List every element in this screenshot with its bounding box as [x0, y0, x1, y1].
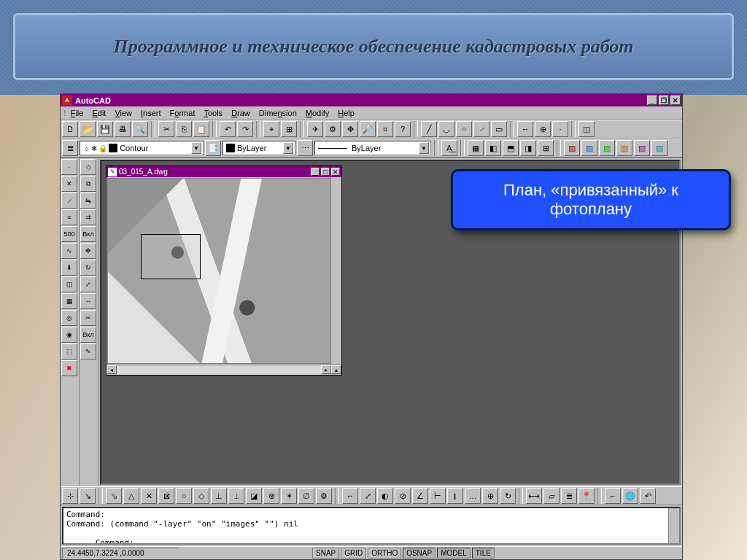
zoom-icon[interactable]: 🔎: [360, 121, 376, 137]
mirror-icon[interactable]: ⇋: [80, 192, 96, 209]
stretch-icon[interactable]: ↔: [80, 293, 96, 309]
inq-area-icon[interactable]: ▱: [543, 488, 560, 504]
horizontal-scrollbar[interactable]: ◂ ▸ ▴: [107, 365, 341, 375]
leader-icon[interactable]: ·: [552, 121, 568, 137]
scene-icon[interactable]: ▨: [651, 140, 667, 156]
hide-icon[interactable]: ▨: [581, 140, 597, 156]
osnap-settings-icon[interactable]: ⚙: [316, 488, 332, 504]
mode-grid[interactable]: GRID: [341, 548, 366, 559]
minimize-button[interactable]: _: [647, 96, 657, 105]
pline-icon[interactable]: ⟋: [61, 192, 77, 209]
restore-button[interactable]: ❐: [659, 96, 669, 105]
dim-radius-icon[interactable]: ◐: [377, 488, 393, 504]
view-h-icon[interactable]: ⬒: [503, 140, 519, 156]
mode-snap[interactable]: SNAP: [312, 548, 339, 559]
spline-icon[interactable]: ∿: [61, 243, 77, 259]
osnap-ins-icon[interactable]: ◪: [246, 488, 262, 504]
osnap-from-icon[interactable]: ↘: [80, 488, 96, 504]
arc-icon[interactable]: ◡: [438, 121, 454, 137]
scroll-up-icon[interactable]: ▴: [331, 365, 341, 374]
ucs-world-icon[interactable]: 🌐: [622, 488, 638, 504]
color-combo[interactable]: ByLayer ▼: [222, 141, 295, 155]
mode-osnap[interactable]: OSNAP: [403, 548, 436, 559]
shade-icon[interactable]: ▨: [599, 140, 615, 156]
aerial-icon[interactable]: ✈: [307, 121, 323, 137]
cancel-icon[interactable]: ✖: [61, 360, 77, 376]
copy-icon[interactable]: ⎘: [176, 121, 192, 137]
inq-list-icon[interactable]: ≣: [561, 488, 577, 504]
osnap-near-icon[interactable]: ✶: [281, 488, 297, 504]
polyline-icon[interactable]: ⟋: [473, 121, 489, 137]
layers-dialog-icon[interactable]: 📑: [205, 140, 221, 156]
view-tile-icon[interactable]: ▦: [468, 140, 484, 156]
ucs-prev-icon[interactable]: ↶: [640, 488, 656, 504]
menu-help[interactable]: Help: [338, 109, 355, 117]
mode-ortho[interactable]: ORTHO: [368, 548, 401, 559]
extend-icon[interactable]: Вкл: [80, 327, 96, 343]
new-icon[interactable]: 🗋: [62, 121, 78, 137]
layer-combo[interactable]: ☼ ❄ 🔒 Contour ▼: [80, 141, 204, 155]
mode-tile[interactable]: TILE: [472, 548, 495, 559]
view-cascade-icon[interactable]: ◧: [485, 140, 501, 156]
undo-icon[interactable]: ↶: [220, 121, 236, 137]
pan-icon[interactable]: ✥: [342, 121, 358, 137]
block-icon[interactable]: ◫: [61, 276, 77, 292]
text-icon[interactable]: 500: [61, 226, 77, 242]
inq-id-icon[interactable]: 📍: [578, 488, 595, 504]
doc-maximize-button[interactable]: □: [321, 168, 330, 176]
donut-icon[interactable]: ◉: [61, 327, 77, 343]
dim-baseline-icon[interactable]: ⫿: [447, 488, 463, 504]
dim-aligned-icon[interactable]: ⤢: [360, 488, 376, 504]
paste-icon[interactable]: 📋: [193, 121, 209, 137]
erase-icon[interactable]: ◇: [80, 159, 96, 175]
point-icon[interactable]: ·: [61, 159, 77, 175]
dim-center-icon[interactable]: ⊕: [482, 488, 498, 504]
open-icon[interactable]: 📂: [80, 121, 96, 137]
xline-icon[interactable]: ✕: [61, 176, 77, 192]
dim-linear-icon[interactable]: ↔: [342, 488, 358, 504]
dim-update-icon[interactable]: ↻: [500, 488, 516, 504]
dim-icon[interactable]: ↔: [517, 121, 533, 137]
titlebar[interactable]: A AutoCAD _ ❐ ✕: [61, 94, 682, 106]
preview-icon[interactable]: 🔍: [132, 121, 148, 137]
boundary-icon[interactable]: ◎: [61, 310, 77, 326]
menu-view[interactable]: View: [115, 109, 132, 117]
zoom-window-icon[interactable]: ⌗: [377, 121, 393, 137]
menu-tools[interactable]: Tools: [204, 109, 222, 117]
print-icon[interactable]: 🖶: [115, 121, 131, 137]
osnap-none-icon[interactable]: ∅: [298, 488, 314, 504]
dropdown-icon[interactable]: ▼: [419, 142, 429, 154]
drawing-titlebar[interactable]: ✎ 03_015_A.dwg _ □ ✕: [107, 166, 341, 177]
osnap-qua-icon[interactable]: ◇: [193, 488, 209, 504]
region-icon[interactable]: ◫: [578, 121, 595, 137]
vertical-scrollbar[interactable]: [330, 178, 341, 364]
redo-icon[interactable]: ↷: [237, 121, 253, 137]
osnap-int-icon[interactable]: ✕: [141, 488, 157, 504]
linetype-combo[interactable]: ByLayer ▼: [314, 141, 431, 155]
trim-icon[interactable]: ✂: [80, 310, 96, 326]
tracking-icon[interactable]: ⊞: [281, 121, 297, 137]
dim-ordinate-icon[interactable]: ⊢: [430, 488, 446, 504]
dropdown-icon[interactable]: ▼: [191, 142, 201, 154]
materials-icon[interactable]: ▨: [616, 140, 632, 156]
wipeout-icon[interactable]: ⬚: [61, 343, 77, 359]
osnap-mid-icon[interactable]: △: [123, 488, 139, 504]
offset-icon[interactable]: ⇉: [80, 209, 96, 225]
inq-dist-icon[interactable]: ⟷: [526, 488, 542, 504]
save-icon[interactable]: 💾: [97, 121, 113, 137]
scroll-track[interactable]: [117, 365, 321, 375]
scale-icon[interactable]: ⤢: [80, 276, 96, 292]
hatch-icon[interactable]: ▦: [61, 293, 77, 309]
coordinates-readout[interactable]: 24.4450,7.3224 ,0.0000: [62, 548, 179, 559]
dim-angular-icon[interactable]: ∠: [412, 488, 428, 504]
cut-icon[interactable]: ✂: [158, 121, 174, 137]
circle-icon[interactable]: ○: [456, 121, 472, 137]
doc-close-button[interactable]: ✕: [331, 168, 340, 176]
mode-model[interactable]: MODEL: [437, 548, 471, 559]
line-icon[interactable]: ╱: [421, 121, 437, 137]
insert-icon[interactable]: ⬇: [61, 260, 77, 276]
menu-draw[interactable]: Draw: [231, 109, 250, 117]
view-4-icon[interactable]: ⊞: [538, 140, 554, 156]
mline-icon[interactable]: ≡: [61, 209, 77, 225]
layer-prop-icon[interactable]: ≣: [62, 140, 78, 156]
